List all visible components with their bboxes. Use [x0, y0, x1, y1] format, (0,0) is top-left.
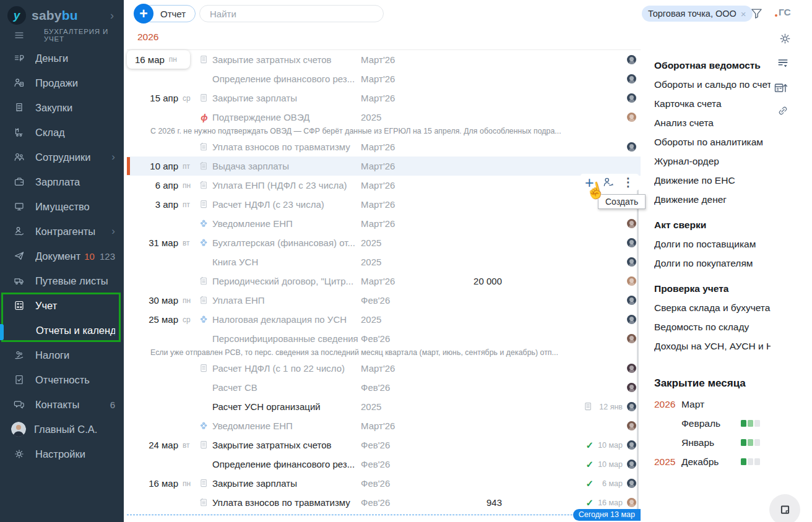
panel-report-link[interactable]: Доходы на УСН, АУСН и НПД — [654, 336, 771, 356]
responsible-avatar[interactable] — [627, 276, 636, 286]
task-row[interactable]: 25 марсрНалоговая декларация по УСН2025 — [127, 310, 641, 329]
plus-icon[interactable]: + — [134, 4, 153, 24]
task-row[interactable]: Расчет СВФев'26 — [127, 378, 641, 397]
task-row[interactable]: Книга УСН2025 — [127, 252, 641, 272]
responsible-avatar[interactable] — [627, 498, 636, 507]
sidebar-item-profile[interactable]: Главный С.А. — [0, 417, 124, 442]
sidebar-item-documents[interactable]: Документы10123 — [0, 244, 124, 268]
sidebar-item-money[interactable]: Деньги — [0, 46, 124, 71]
sidebar-item-settings[interactable]: Настройки — [0, 442, 124, 466]
task-row[interactable]: ϕПодтверждение ОВЭД2025 — [127, 108, 641, 127]
panel-report-link[interactable]: Анализ счета — [654, 113, 771, 132]
sidebar-item-contacts[interactable]: Контакты6 — [0, 392, 124, 417]
responsible-avatar[interactable] — [627, 315, 636, 324]
task-date: 15 апр — [135, 93, 178, 103]
panel-section-title-link[interactable]: Оборотная ведомость — [654, 56, 771, 75]
responsible-avatar[interactable] — [627, 257, 636, 267]
task-row[interactable]: 30 марпнУплата ЕНПФев'26 — [127, 291, 641, 310]
task-row[interactable]: 31 марвтБухгалтерская (финансовая) от...… — [127, 233, 641, 252]
chevron-right-icon[interactable]: › — [110, 9, 124, 22]
task-row[interactable]: Определение финансового рез...Март'26 — [127, 69, 641, 88]
responsible-avatar[interactable] — [627, 334, 636, 343]
task-row[interactable]: Уплата взносов по травматизмуФев'26943✓1… — [127, 493, 641, 512]
sidebar-item-accounting[interactable]: Учет — [0, 293, 124, 318]
responsible-avatar[interactable] — [627, 93, 636, 103]
task-row[interactable]: 10 апрптВыдача зарплатыМарт'26 — [127, 156, 641, 176]
app-logo[interactable]: y sabybu › — [0, 0, 124, 25]
panel-section-title-link[interactable]: Акт сверки — [654, 215, 771, 234]
task-row[interactable]: Определение финансового рез...Фев'26✓10 … — [127, 455, 641, 474]
link-icon[interactable] — [777, 105, 789, 117]
responsible-avatar[interactable] — [627, 238, 636, 247]
responsible-avatar[interactable] — [627, 440, 636, 450]
responsible-avatar[interactable] — [627, 142, 636, 152]
sidebar-item-salary[interactable]: Зарплата — [0, 169, 124, 194]
panel-report-link[interactable]: Ведомость по складу — [654, 317, 771, 336]
responsible-avatar[interactable] — [627, 460, 636, 469]
filter-funnel-icon[interactable] — [750, 7, 763, 20]
create-report-button[interactable]: Отчет + — [134, 4, 198, 24]
notes-widget-button[interactable] — [769, 494, 800, 522]
responsible-avatar[interactable] — [627, 74, 636, 83]
panel-report-link[interactable]: Журнал-ордер — [654, 152, 771, 171]
responsible-avatar[interactable] — [627, 113, 636, 122]
responsible-avatar[interactable] — [627, 479, 636, 488]
task-row[interactable]: 24 марвтЗакрытие затратных счетовФев'26✓… — [127, 435, 641, 455]
panel-report-link[interactable]: Обороты по аналитикам — [654, 132, 771, 152]
result-document-icon[interactable] — [584, 402, 594, 412]
sidebar-item-sales[interactable]: Продажи — [0, 71, 124, 95]
panel-report-link[interactable]: Движение денег — [654, 190, 771, 209]
task-row[interactable]: Закрытие затратных счетовМарт'26 — [127, 50, 641, 69]
workspace-switcher[interactable]: БУХГАЛТЕРИЯ И УЧЕТ — [0, 25, 124, 46]
panel-report-link[interactable]: Карточка счета — [654, 94, 771, 113]
sidebar-item-waybills[interactable]: Путевые листы — [0, 268, 124, 293]
list-scrollbar[interactable] — [637, 189, 639, 517]
task-row[interactable]: Расчет НДФЛ (с 1 по 22 число)Март'26 — [127, 359, 641, 378]
task-row[interactable]: 6 апрпнУплата ЕНП (НДФЛ с 23 числа)Март'… — [127, 176, 641, 195]
responsible-avatar[interactable] — [627, 219, 636, 228]
chip-close-icon[interactable]: × — [741, 9, 746, 19]
menu-burger-icon[interactable] — [12, 28, 26, 42]
panel-report-link[interactable]: Движение по ЕНС — [654, 171, 771, 190]
panel-report-link[interactable]: Сверка склада и бухучета — [654, 298, 771, 317]
responsible-avatar[interactable] — [627, 421, 636, 430]
task-row[interactable]: 15 апрсрЗакрытие зарплатыМарт'26 — [127, 88, 641, 108]
closing-month-row[interactable]: 2025Декабрь — [654, 452, 778, 471]
gear-icon[interactable] — [779, 32, 792, 45]
panel-section-title-link[interactable]: Проверка учета — [654, 279, 771, 298]
task-row[interactable]: 3 апрптРасчет НДФЛ (с 23 числа)Март'26 — [127, 195, 641, 214]
responsible-avatar[interactable] — [627, 55, 636, 64]
org-filter-chip[interactable]: Торговая точка, ООО × — [642, 6, 753, 22]
list-filter-icon[interactable] — [777, 57, 789, 69]
sidebar-item-taxes[interactable]: Налоги — [0, 343, 124, 367]
task-row[interactable]: Уплата взносов по травматизмуМарт'26 — [127, 137, 641, 156]
sidebar-item-property[interactable]: Имущество — [0, 194, 124, 219]
sidebar-item-purchases[interactable]: Закупки — [0, 95, 124, 120]
sidebar-item-partners[interactable]: Контрагенты› — [0, 219, 124, 244]
task-weekday: вт — [183, 239, 196, 247]
sidebar-item-warehouse[interactable]: Склад — [0, 120, 124, 145]
kebab-menu-icon[interactable]: ⋮ — [623, 175, 634, 189]
panel-report-link[interactable]: Долги по покупателям — [654, 254, 771, 273]
sidebar-item-reporting[interactable]: Отчетность — [0, 367, 124, 392]
search-input[interactable] — [199, 5, 384, 22]
responsible-avatar[interactable] — [627, 296, 636, 305]
task-title: Выдача зарплаты — [212, 161, 361, 171]
closing-month-row[interactable]: Февраль — [654, 414, 778, 433]
panel-report-link[interactable]: Долги по поставщикам — [654, 234, 771, 254]
task-row[interactable]: Уведомление ЕНПМарт'26 — [127, 416, 641, 435]
user-initials-badge[interactable]: ГС — [775, 7, 791, 18]
task-row[interactable]: 16 марпнЗакрытие зарплатыФев'26✓6 мар — [127, 474, 641, 493]
task-row[interactable]: Персонифицированные сведенияФев'26 — [127, 329, 641, 348]
closing-month-row[interactable]: 2026Март — [654, 395, 778, 414]
responsible-avatar[interactable] — [627, 402, 636, 411]
task-row[interactable]: Расчет УСН организаций202512 янв — [127, 397, 641, 416]
sidebar-item-reports-calendar[interactable]: Отчеты и календарь — [0, 318, 124, 343]
responsible-avatar[interactable] — [627, 383, 636, 392]
responsible-avatar[interactable] — [627, 364, 636, 373]
task-row[interactable]: Периодический договор, "Цитр...Март'2620… — [127, 272, 641, 291]
closing-month-row[interactable]: Январь — [654, 433, 778, 452]
task-row[interactable]: Уведомление ЕНПМарт'26 — [127, 214, 641, 233]
sidebar-item-employees[interactable]: Сотрудники› — [0, 145, 124, 169]
panel-report-link[interactable]: Обороты и сальдо по счетам — [654, 75, 771, 94]
